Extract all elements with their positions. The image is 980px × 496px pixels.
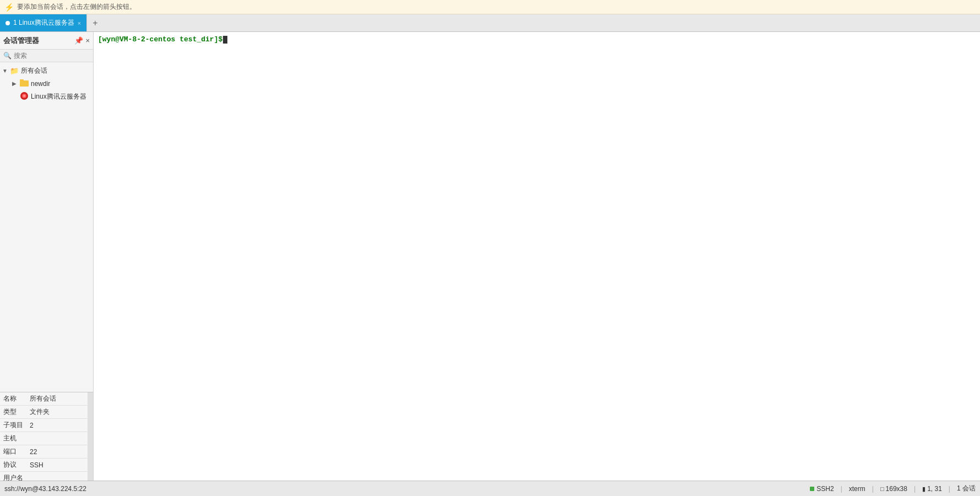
svg-rect-0 bbox=[20, 80, 29, 87]
status-dimensions: □ 169x38 bbox=[880, 485, 907, 493]
props-label-cell: 主机 bbox=[0, 432, 26, 445]
props-value-cell bbox=[26, 432, 93, 445]
expand-icon: ▼ bbox=[2, 68, 10, 74]
props-row: 主机 bbox=[0, 432, 93, 445]
props-row: 类型文件夹 bbox=[0, 406, 93, 419]
sidebar: 会话管理器 📌 × 🔍 ▼ 📁 所有会话 ▶ bbox=[0, 32, 94, 481]
props-value-cell: SSH bbox=[26, 459, 93, 472]
newdir-expand-icon: ▶ bbox=[12, 80, 20, 87]
protocol-dot bbox=[810, 487, 814, 491]
sidebar-close-icon[interactable]: × bbox=[85, 36, 90, 45]
tree-item-server[interactable]: Linux腾讯云服务器 bbox=[0, 90, 93, 104]
status-protocol-item: SSH2 bbox=[810, 485, 834, 493]
properties-table: 名称所有会话类型文件夹子项目2主机端口22协议SSH用户名说明 bbox=[0, 392, 93, 481]
tree-item-newdir[interactable]: ▶ newdir bbox=[0, 77, 93, 90]
notification-bar: ⚡ 要添加当前会话，点击左侧的箭头按钮。 bbox=[0, 0, 980, 14]
props-value-cell: 2 bbox=[26, 419, 93, 432]
cursor bbox=[223, 36, 227, 44]
status-sessions: 1 会话 bbox=[957, 484, 976, 493]
dimensions-prefix: □ bbox=[880, 486, 886, 492]
server-label: Linux腾讯云服务器 bbox=[31, 92, 86, 101]
props-label-cell: 名称 bbox=[0, 392, 26, 406]
tab-indicator bbox=[6, 21, 10, 25]
notification-icon: ⚡ bbox=[4, 3, 14, 12]
props-row: 用户名 bbox=[0, 472, 93, 481]
props-row: 名称所有会话 bbox=[0, 392, 93, 406]
tab-bar: 1 Linux腾讯云服务器 × + bbox=[0, 14, 980, 32]
sidebar-pin-icon[interactable]: 📌 bbox=[74, 36, 83, 45]
props-value-cell: 文件夹 bbox=[26, 406, 93, 419]
prompt-line: [wyn@VM-8-2-centos test_dir]$ bbox=[98, 35, 976, 44]
tab-close-button[interactable]: × bbox=[78, 20, 81, 26]
sidebar-title: 会话管理器 bbox=[3, 36, 72, 46]
newdir-label: newdir bbox=[31, 80, 50, 88]
status-connection: ssh://wyn@43.143.224.5:22 bbox=[4, 485, 801, 493]
main-layout: 会话管理器 📌 × 🔍 ▼ 📁 所有会话 ▶ bbox=[0, 32, 980, 481]
terminal-area[interactable]: [wyn@VM-8-2-centos test_dir]$ bbox=[94, 32, 980, 481]
props-row: 端口22 bbox=[0, 445, 93, 459]
notification-text: 要添加当前会话，点击左侧的箭头按钮。 bbox=[17, 2, 136, 12]
props-value-cell bbox=[26, 472, 93, 481]
root-folder-icon: 📁 bbox=[10, 67, 19, 75]
props-row: 协议SSH bbox=[0, 459, 93, 472]
tab-active[interactable]: 1 Linux腾讯云服务器 × bbox=[0, 14, 87, 31]
props-label-cell: 类型 bbox=[0, 406, 26, 419]
props-row: 子项目2 bbox=[0, 419, 93, 432]
newdir-folder-icon bbox=[20, 79, 29, 88]
props-value-cell: 所有会话 bbox=[26, 392, 93, 406]
properties-panel: 名称所有会话类型文件夹子项目2主机端口22协议SSH用户名说明 bbox=[0, 392, 93, 481]
props-label-cell: 端口 bbox=[0, 445, 26, 459]
scrollbar[interactable] bbox=[88, 392, 93, 481]
props-label-cell: 子项目 bbox=[0, 419, 26, 432]
status-cursor-pos: ▮ 1, 31 bbox=[922, 485, 942, 493]
status-bar: ssh://wyn@43.143.224.5:22 SSH2 | xterm |… bbox=[0, 481, 980, 496]
search-input[interactable] bbox=[14, 52, 90, 60]
props-value-cell: 22 bbox=[26, 445, 93, 459]
sidebar-header: 会话管理器 📌 × bbox=[0, 32, 93, 50]
sidebar-header-icons: 📌 × bbox=[74, 36, 90, 45]
tab-add-button[interactable]: + bbox=[87, 14, 103, 31]
status-protocol: SSH2 bbox=[816, 485, 834, 493]
cursor-prefix: ▮ bbox=[922, 486, 927, 492]
tab-label: 1 Linux腾讯云服务器 bbox=[13, 18, 74, 28]
tree-root-label: 所有会话 bbox=[21, 66, 47, 76]
search-icon: 🔍 bbox=[3, 52, 12, 60]
svg-point-4 bbox=[23, 95, 25, 97]
props-label-cell: 协议 bbox=[0, 459, 26, 472]
status-terminal-type: xterm bbox=[849, 485, 865, 493]
server-icon bbox=[20, 91, 29, 102]
tree-item-root[interactable]: ▼ 📁 所有会话 bbox=[0, 64, 93, 77]
tree-container: ▼ 📁 所有会话 ▶ newdir bbox=[0, 62, 93, 392]
prompt-text: [wyn@VM-8-2-centos test_dir]$ bbox=[98, 35, 222, 44]
props-label-cell: 用户名 bbox=[0, 472, 26, 481]
properties-scroll[interactable]: 名称所有会话类型文件夹子项目2主机端口22协议SSH用户名说明 bbox=[0, 392, 93, 481]
svg-rect-1 bbox=[20, 79, 24, 81]
status-right: SSH2 | xterm | □ 169x38 | ▮ 1, 31 | 1 会话 bbox=[810, 484, 976, 493]
terminal-content[interactable]: [wyn@VM-8-2-centos test_dir]$ bbox=[94, 32, 980, 481]
